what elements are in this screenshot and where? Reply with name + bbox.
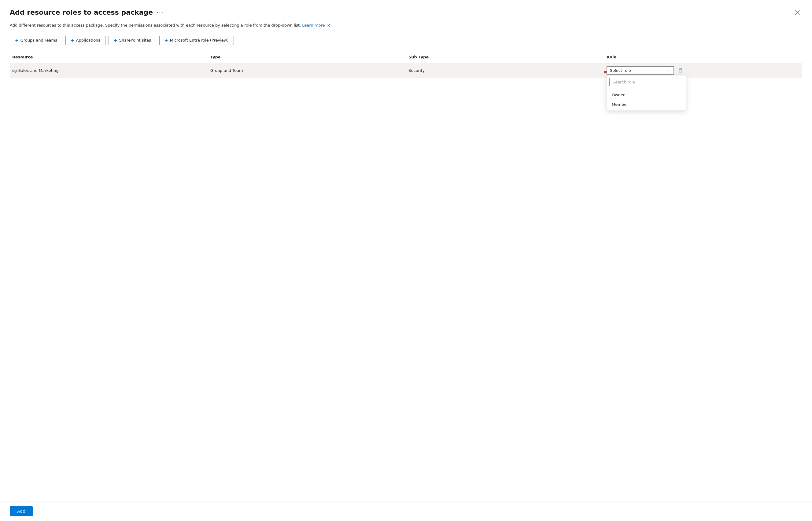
resource-table: Resource Type Sub Type Role sg-Sales and… — [10, 51, 802, 521]
cell-role: Select role ⌄ Owner Member — [604, 65, 802, 76]
select-role-dropdown[interactable]: Select role ⌄ — [607, 66, 674, 75]
role-options-list: Owner Member — [607, 89, 686, 110]
role-dropdown-wrapper: Select role ⌄ Owner Member — [607, 66, 674, 75]
error-indicator — [604, 71, 607, 73]
role-option-owner[interactable]: Owner — [607, 90, 686, 100]
learn-more-link[interactable]: Learn more — [302, 23, 330, 27]
add-resource-roles-panel: Add resource roles to access package ···… — [0, 0, 812, 521]
plus-icon: + — [15, 38, 19, 43]
panel-title: Add resource roles to access package — [10, 8, 153, 16]
toolbar: + Groups and Teams + Applications + Shar… — [10, 36, 802, 45]
cell-subtype: Security — [406, 67, 604, 74]
panel-title-row: Add resource roles to access package ··· — [10, 8, 164, 16]
svg-rect-0 — [679, 69, 682, 69]
plus-icon: + — [114, 38, 117, 43]
col-header-subtype: Sub Type — [406, 53, 604, 61]
role-dropdown-menu: Owner Member — [607, 75, 686, 111]
chevron-down-icon: ⌄ — [667, 68, 670, 72]
add-groups-teams-button[interactable]: + Groups and Teams — [10, 36, 62, 45]
panel-header: Add resource roles to access package ··· — [10, 8, 802, 16]
table-row: sg-Sales and Marketing Group and Team Se… — [10, 63, 802, 78]
col-header-resource: Resource — [10, 53, 208, 61]
delete-row-button[interactable] — [676, 67, 685, 74]
cell-type: Group and Team — [208, 67, 406, 74]
more-options-icon[interactable]: ··· — [157, 9, 164, 16]
col-header-role: Role — [604, 53, 802, 61]
panel-description: Add different resources to this access p… — [10, 22, 802, 28]
close-button[interactable] — [792, 9, 802, 16]
col-header-type: Type — [208, 53, 406, 61]
panel-footer: Add — [0, 501, 812, 521]
role-search-container — [607, 75, 686, 89]
cell-resource: sg-Sales and Marketing — [10, 67, 208, 74]
role-option-member[interactable]: Member — [607, 100, 686, 109]
search-role-input[interactable] — [609, 78, 683, 86]
plus-icon: + — [164, 38, 168, 43]
add-button[interactable]: Add — [10, 506, 33, 516]
table-header: Resource Type Sub Type Role — [10, 51, 802, 63]
add-entra-role-button[interactable]: + Microsoft Entra role (Preview) — [159, 36, 234, 45]
add-sharepoint-sites-button[interactable]: + SharePoint sites — [109, 36, 156, 45]
plus-icon: + — [71, 38, 74, 43]
add-applications-button[interactable]: + Applications — [65, 36, 106, 45]
